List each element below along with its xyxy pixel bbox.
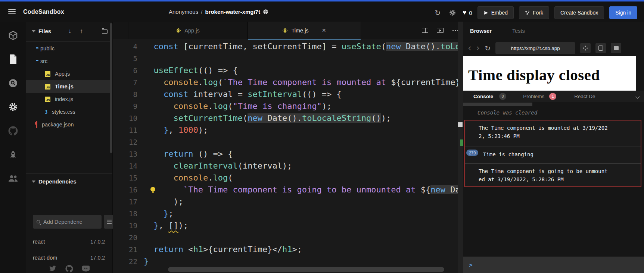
- file-row-public[interactable]: public: [26, 42, 112, 55]
- tab-console[interactable]: Console: [473, 94, 493, 99]
- line-number: 20: [113, 232, 144, 244]
- code-token: [144, 125, 164, 135]
- back-icon[interactable]: ‹: [468, 44, 472, 53]
- console-message: The Time component is mounted at 3/19/20…: [465, 120, 641, 147]
- tab-problems[interactable]: Problems: [523, 94, 544, 99]
- code-token: setInterval: [248, 90, 302, 99]
- file-label: package.json: [42, 122, 74, 128]
- download-icon[interactable]: ↓: [66, 27, 73, 35]
- open-new-window-icon[interactable]: [611, 43, 621, 53]
- console-input-row[interactable]: >: [463, 257, 644, 273]
- rocket-icon[interactable]: [7, 149, 19, 161]
- forward-icon[interactable]: ›: [476, 44, 480, 53]
- browser-panel: Browser Tests ‹ › ↻ Time display closed …: [463, 22, 644, 273]
- fork-button[interactable]: Fork: [519, 6, 549, 19]
- files-collapse-caret[interactable]: [32, 30, 35, 32]
- file-row-time-js[interactable]: JSTime.js: [26, 80, 112, 93]
- new-folder-icon[interactable]: [101, 27, 108, 35]
- code-line-19: 19 }, []);: [113, 220, 458, 232]
- dependency-row-react[interactable]: react17.0.2: [26, 233, 112, 250]
- editor-horizontal-scrollbar[interactable]: [168, 267, 444, 272]
- url-bar[interactable]: [495, 42, 575, 54]
- code-area[interactable]: 4 const [currentTime, setCurrentTime] = …: [113, 39, 458, 273]
- embed-button[interactable]: Embed: [477, 6, 514, 19]
- code-token: [144, 245, 154, 254]
- dependency-row-react-dom[interactable]: react-dom17.0.2: [26, 250, 112, 266]
- browser-panel-tabs: Browser Tests: [463, 22, 644, 40]
- menu-icon[interactable]: [8, 9, 16, 14]
- upload-icon[interactable]: ↑: [78, 27, 85, 35]
- code-token: >{currentTime}</: [203, 245, 282, 254]
- code-token: (: [218, 78, 223, 87]
- sandbox-title[interactable]: broken-water-xmgi7t: [205, 9, 260, 15]
- code-token: >;: [292, 245, 302, 254]
- breadcrumb: Anonymous / broken-water-xmgi7t: [169, 9, 268, 15]
- github-icon[interactable]: [7, 125, 19, 137]
- search-icon[interactable]: [7, 77, 19, 89]
- discord-icon[interactable]: [82, 265, 90, 273]
- tab-browser[interactable]: Browser: [470, 28, 492, 34]
- code-editor[interactable]: App.jsTime.js× 4 const [currentTime, set…: [113, 22, 463, 273]
- code-token: setCurrentTime: [173, 113, 242, 123]
- url-input[interactable]: [498, 46, 573, 51]
- copy-url-icon[interactable]: [595, 43, 606, 53]
- code-token: [144, 149, 164, 159]
- refresh-icon[interactable]: ↻: [433, 8, 442, 18]
- like-button[interactable]: ♥ 0: [463, 9, 472, 16]
- file-row-index-js[interactable]: JSindex.js: [26, 93, 112, 106]
- add-dependency-input[interactable]: [43, 219, 96, 225]
- dependencies-title: Dependencies: [38, 178, 77, 185]
- code-token: }: [164, 125, 168, 135]
- explorer-scrollbar[interactable]: [110, 23, 112, 153]
- code-token: [144, 185, 183, 194]
- editor-tab-time-js[interactable]: Time.js×: [248, 22, 361, 39]
- split-view-icon[interactable]: [420, 26, 429, 35]
- editor-tab-app-js[interactable]: App.js: [128, 22, 248, 39]
- social-links: [26, 265, 112, 273]
- browser-nav-bar: ‹ › ↻: [463, 40, 644, 56]
- code-token: return: [164, 149, 193, 159]
- editor-tab-tools: [420, 22, 460, 39]
- create-sandbox-button[interactable]: Create Sandbox: [554, 6, 604, 19]
- file-row-src[interactable]: src: [26, 55, 112, 68]
- editor-scrollbar-thumb[interactable]: [458, 122, 463, 127]
- browser-preview[interactable]: Time display closed: [463, 56, 636, 91]
- sign-in-button[interactable]: Sign in: [609, 6, 637, 19]
- owner-name[interactable]: Anonymous: [169, 9, 198, 15]
- dependencies-collapse-caret[interactable]: [32, 181, 35, 183]
- new-file-icon[interactable]: [90, 27, 96, 35]
- line-number: 13: [113, 148, 144, 160]
- preview-refresh-icon[interactable]: ↻: [485, 44, 491, 52]
- lightbulb-icon[interactable]: [150, 187, 155, 192]
- tab-react-devtools[interactable]: React De: [574, 94, 595, 99]
- npm-icon: [36, 122, 37, 128]
- open-preview-icon[interactable]: [436, 26, 445, 35]
- code-token: (() => {: [302, 90, 342, 99]
- code-token: );: [322, 101, 332, 111]
- twitter-icon[interactable]: [49, 265, 57, 273]
- line-number: 6: [113, 65, 144, 76]
- tab-tests[interactable]: Tests: [512, 28, 525, 34]
- file-explorer-icon[interactable]: [7, 53, 19, 65]
- file-row-package-json[interactable]: package.json: [26, 118, 112, 131]
- code-token: <: [183, 245, 193, 254]
- code-token: (: [228, 173, 233, 182]
- add-dependency-search[interactable]: [33, 215, 102, 229]
- console-scrollbar[interactable]: [463, 103, 532, 106]
- file-row-app-js[interactable]: JSApp.js: [26, 68, 112, 80]
- settings-gear-icon[interactable]: [7, 101, 19, 113]
- sandbox-cube-icon[interactable]: [7, 29, 19, 41]
- code-token: "Time is changing": [233, 101, 321, 111]
- code-token: [144, 209, 164, 218]
- users-icon[interactable]: [7, 173, 19, 185]
- gear-icon[interactable]: [448, 8, 457, 18]
- file-label: styles.css: [52, 109, 75, 115]
- github-footer-icon[interactable]: [65, 265, 74, 273]
- code-token: console: [164, 78, 198, 87]
- file-row-styles-css[interactable]: 3styles.css: [26, 106, 112, 118]
- close-tab-icon[interactable]: ×: [322, 27, 326, 34]
- editor-vertical-scrollbar[interactable]: [458, 22, 463, 273]
- console-chevron-down-icon[interactable]: [635, 94, 640, 98]
- file-label: Time.js: [55, 84, 74, 90]
- responsive-mode-icon[interactable]: [580, 43, 591, 53]
